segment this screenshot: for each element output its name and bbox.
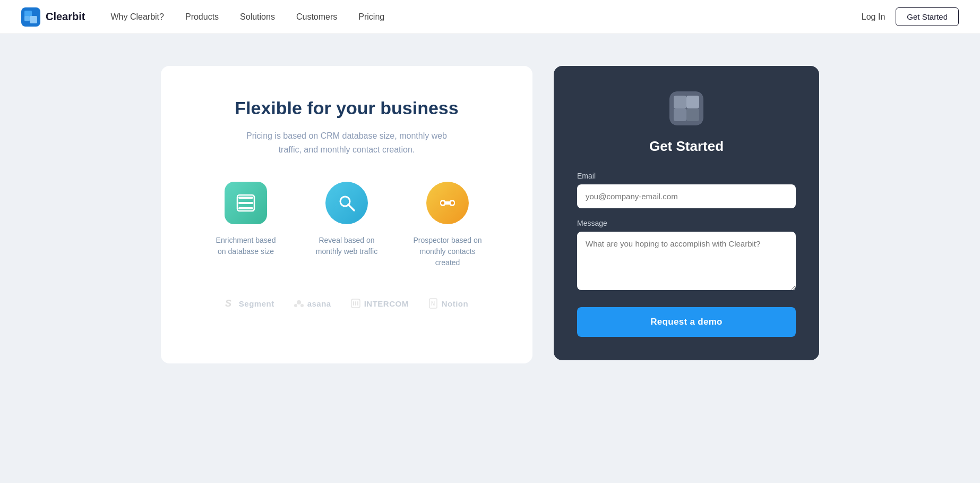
svg-point-18	[451, 201, 454, 205]
svg-point-17	[441, 201, 444, 205]
svg-rect-4	[238, 197, 253, 199]
request-demo-button[interactable]: Request a demo	[577, 307, 796, 337]
svg-text:N: N	[431, 301, 435, 307]
right-card-clearbit-icon	[669, 91, 703, 125]
email-input[interactable]	[577, 184, 796, 208]
svg-rect-31	[686, 108, 699, 121]
message-textarea[interactable]	[577, 232, 796, 290]
nav-actions: Log In Get Started	[862, 7, 959, 26]
svg-line-9	[348, 205, 354, 210]
intercom-logo: INTERCOM	[350, 298, 409, 309]
clearbit-logo-icon	[21, 7, 40, 27]
nav-solutions[interactable]: Solutions	[240, 12, 275, 22]
left-card-subtitle: Pricing is based on CRM database size, m…	[246, 129, 448, 156]
asana-icon	[294, 298, 304, 309]
logo[interactable]: Clearbit	[21, 7, 85, 27]
left-card-title: Flexible for your business	[193, 98, 501, 118]
page-body: Flexible for your business Pricing is ba…	[118, 34, 862, 395]
feature-prospector: Prospector based on monthly contacts cre…	[413, 182, 482, 268]
svg-rect-6	[238, 207, 253, 209]
feature-enrichment: Enrichment based on database size	[211, 182, 280, 268]
enrichment-label: Enrichment based on database size	[211, 235, 280, 257]
svg-rect-26	[357, 301, 358, 306]
prospector-icon	[437, 192, 458, 214]
svg-rect-2	[30, 16, 37, 23]
segment-icon: S	[225, 298, 236, 309]
nav-links: Why Clearbit? Products Solutions Custome…	[110, 12, 861, 22]
svg-rect-24	[353, 301, 354, 306]
enrichment-icon-container	[225, 182, 267, 224]
features-row: Enrichment based on database size Reveal…	[193, 182, 501, 268]
prospector-icon-container	[426, 182, 469, 224]
svg-rect-25	[355, 301, 356, 306]
svg-point-21	[294, 304, 297, 307]
reveal-label: Reveal based on monthly web traffic	[312, 235, 381, 257]
prospector-label: Prospector based on monthly contacts cre…	[413, 235, 482, 268]
right-card-title: Get Started	[577, 138, 796, 155]
left-card: Flexible for your business Pricing is ba…	[161, 66, 532, 363]
svg-point-22	[300, 304, 304, 307]
reveal-icon	[336, 192, 357, 214]
feature-reveal: Reveal based on monthly web traffic	[312, 182, 381, 268]
svg-rect-33	[686, 96, 699, 108]
nav-pricing[interactable]: Pricing	[358, 12, 384, 22]
segment-logo: S Segment	[225, 298, 274, 309]
right-card-logo	[577, 91, 796, 125]
svg-rect-5	[238, 202, 253, 204]
reveal-icon-container	[325, 182, 368, 224]
nav-customers[interactable]: Customers	[296, 12, 337, 22]
svg-rect-30	[674, 96, 686, 108]
logo-text: Clearbit	[46, 11, 85, 23]
enrichment-icon	[235, 192, 256, 214]
svg-rect-3	[24, 16, 30, 21]
intercom-icon	[350, 298, 361, 309]
notion-logo: N Notion	[428, 298, 468, 309]
asana-logo: asana	[294, 298, 331, 309]
message-label: Message	[577, 219, 796, 227]
svg-text:S: S	[225, 298, 232, 309]
get-started-nav-button[interactable]: Get Started	[896, 7, 959, 26]
svg-rect-32	[674, 108, 686, 121]
svg-point-20	[297, 300, 301, 304]
nav-products[interactable]: Products	[185, 12, 219, 22]
email-label: Email	[577, 172, 796, 180]
navbar: Clearbit Why Clearbit? Products Solution…	[0, 0, 980, 34]
nav-why-clearbit[interactable]: Why Clearbit?	[110, 12, 164, 22]
svg-rect-16	[445, 201, 450, 205]
login-button[interactable]: Log In	[862, 12, 885, 22]
notion-icon: N	[428, 298, 439, 309]
partner-logos: S Segment asana INTERCOM	[193, 298, 501, 309]
right-card: Get Started Email Message Request a demo	[554, 66, 819, 360]
